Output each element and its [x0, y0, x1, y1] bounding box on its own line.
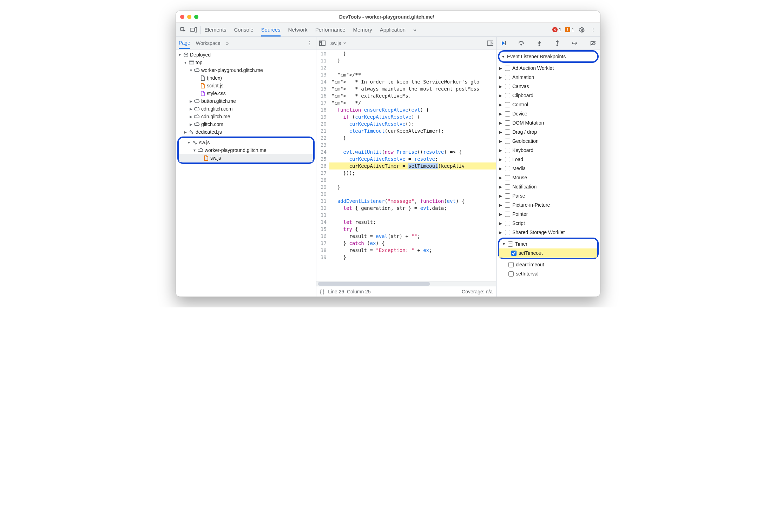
bp-checkbox[interactable] [505, 184, 510, 189]
navigator-more-icon[interactable]: ⋮ [306, 40, 313, 47]
bp-checkbox[interactable] [505, 84, 510, 89]
bp-category[interactable]: ▶Parse [496, 191, 600, 200]
bp-category[interactable]: ▶Device [496, 109, 600, 118]
code-area[interactable]: } } "cm">/**"cm"> * In order to keep the… [329, 49, 496, 281]
resume-icon[interactable] [500, 40, 507, 47]
toggle-debugger-icon[interactable] [487, 40, 493, 46]
bp-category[interactable]: ▶Media [496, 164, 600, 173]
bp-checkbox[interactable] [505, 139, 510, 144]
tab-memory[interactable]: Memory [353, 27, 372, 33]
code-editor[interactable]: 1011121314151617181920212223242526272829… [316, 49, 496, 281]
deactivate-breakpoints-icon[interactable] [590, 40, 597, 47]
subtab-workspace[interactable]: Workspace [196, 40, 221, 46]
bp-category[interactable]: ▶Drag / drop [496, 127, 600, 137]
subtab-overflow[interactable]: » [226, 40, 229, 46]
step-icon[interactable] [572, 40, 579, 47]
tree-stylecss[interactable]: style.css [176, 89, 316, 97]
editor-horizontal-scrollbar[interactable] [316, 281, 496, 286]
bp-category[interactable]: ▶Pointer [496, 210, 600, 219]
bp-category[interactable]: ▶Notification [496, 182, 600, 191]
tree-scriptjs[interactable]: script.js [176, 82, 316, 89]
tree-cdn-me[interactable]: ▶cdn.glitch.me [176, 113, 316, 120]
settings-icon[interactable] [578, 26, 585, 33]
bp-checkbox[interactable] [505, 93, 510, 98]
bp-category-timer[interactable]: ▼−Timer [499, 239, 597, 248]
tree-dedicated[interactable]: ▶dedicated.js [176, 128, 316, 136]
tree-index[interactable]: (index) [176, 74, 316, 82]
bp-checkbox[interactable] [505, 221, 510, 226]
bp-checkbox[interactable] [505, 230, 510, 235]
file-tab-swjs[interactable]: sw.js× [328, 40, 348, 46]
scrollbar-thumb[interactable] [318, 282, 430, 286]
tree-sw-file[interactable]: sw.js [179, 154, 313, 162]
bp-category[interactable]: ▶Shared Storage Worklet [496, 228, 600, 237]
more-icon[interactable]: ⋮ [590, 26, 597, 33]
error-badge[interactable]: ✕1 [552, 27, 561, 32]
bp-settimeout[interactable]: setTimeout [499, 248, 597, 258]
bp-setinterval[interactable]: setInterval [496, 269, 600, 278]
bp-checkbox[interactable] [511, 251, 517, 256]
tree-deployed[interactable]: ▼Deployed [176, 51, 316, 59]
bp-category[interactable]: ▶Ad Auction Worklet [496, 64, 600, 73]
tree-top[interactable]: ▼top [176, 59, 316, 66]
tab-console[interactable]: Console [234, 27, 254, 33]
bp-category[interactable]: ▶Picture-in-Picture [496, 200, 600, 210]
minimize-window-button[interactable] [187, 15, 191, 19]
step-into-icon[interactable] [536, 40, 543, 47]
tree-button-glitch[interactable]: ▶button.glitch.me [176, 97, 316, 105]
tabs-overflow[interactable]: » [413, 27, 416, 33]
bp-category[interactable]: ▶Mouse [496, 173, 600, 182]
bp-checkbox[interactable] [505, 66, 510, 71]
svg-rect-1 [190, 28, 195, 31]
bp-category[interactable]: ▶Animation [496, 73, 600, 82]
cloud-icon [194, 114, 200, 119]
tree-sw-group[interactable]: ▼sw.js [179, 139, 313, 146]
bp-category[interactable]: ▶Control [496, 100, 600, 109]
tab-performance[interactable]: Performance [315, 27, 346, 33]
bp-checkbox[interactable] [505, 157, 510, 162]
bp-category[interactable]: ▶Geolocation [496, 137, 600, 146]
bp-category[interactable]: ▶Canvas [496, 82, 600, 91]
bp-checkbox[interactable] [505, 202, 510, 208]
pretty-print-icon[interactable]: { } [320, 289, 324, 294]
maximize-window-button[interactable] [194, 15, 198, 19]
bp-category[interactable]: ▶Keyboard [496, 146, 600, 155]
mixed-checkbox-icon[interactable]: − [508, 241, 513, 247]
tab-sources[interactable]: Sources [261, 27, 281, 36]
tree-cdn-com[interactable]: ▶cdn.glitch.com [176, 105, 316, 113]
tab-application[interactable]: Application [380, 27, 406, 33]
cube-icon [183, 52, 189, 58]
device-toggle-icon[interactable] [190, 26, 197, 33]
bp-checkbox[interactable] [508, 262, 514, 267]
inspect-icon[interactable] [179, 26, 186, 33]
bp-checkbox[interactable] [505, 175, 510, 180]
step-over-icon[interactable] [518, 40, 525, 47]
bp-cleartimeout[interactable]: clearTimeout [496, 260, 600, 269]
bp-checkbox[interactable] [505, 120, 510, 126]
toggle-navigator-icon[interactable] [319, 40, 325, 46]
tree-glitch-com[interactable]: ▶glitch.com [176, 120, 316, 128]
tab-network[interactable]: Network [288, 27, 308, 33]
bp-checkbox[interactable] [505, 129, 510, 135]
bp-category[interactable]: ▶Clipboard [496, 91, 600, 100]
tree-sw-origin[interactable]: ▼worker-playground.glitch.me [179, 146, 313, 154]
event-listener-breakpoints-title[interactable]: ▼Event Listener Breakpoints [499, 52, 597, 61]
bp-checkbox[interactable] [505, 111, 510, 117]
subtab-page[interactable]: Page [179, 40, 190, 49]
bp-checkbox[interactable] [505, 166, 510, 171]
bp-checkbox[interactable] [505, 193, 510, 199]
step-out-icon[interactable] [554, 40, 561, 47]
bp-checkbox[interactable] [505, 102, 510, 107]
bp-checkbox[interactable] [505, 75, 510, 80]
bp-checkbox[interactable] [505, 212, 510, 217]
bp-checkbox[interactable] [505, 148, 510, 153]
bp-category[interactable]: ▶Script [496, 219, 600, 228]
warning-badge[interactable]: !1 [565, 27, 574, 32]
close-tab-icon[interactable]: × [343, 40, 346, 46]
close-window-button[interactable] [180, 15, 184, 19]
bp-category[interactable]: ▶DOM Mutation [496, 118, 600, 127]
tree-origin-wp[interactable]: ▼worker-playground.glitch.me [176, 66, 316, 74]
bp-category[interactable]: ▶Load [496, 155, 600, 164]
tab-elements[interactable]: Elements [204, 27, 226, 33]
bp-checkbox[interactable] [508, 271, 514, 277]
